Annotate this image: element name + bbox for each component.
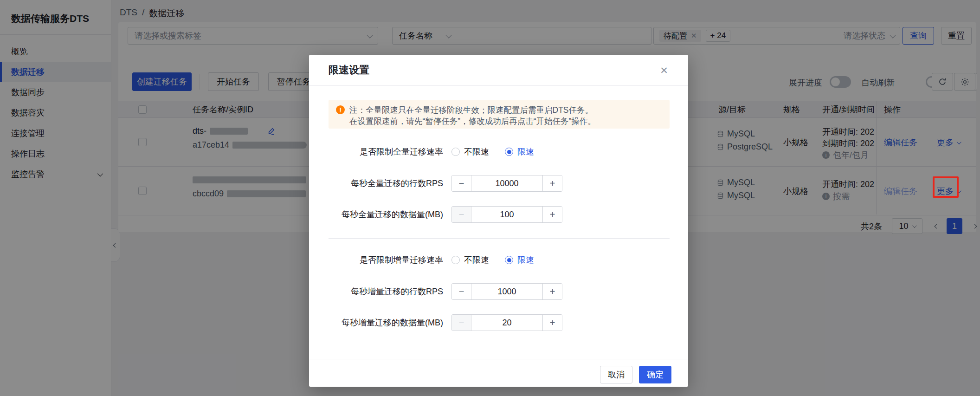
incr-mb-label: 每秒增量迁移的数据量(MB): [329, 317, 443, 328]
notice-banner: 注：全量限速只在全量迁移阶段生效；限速配置后需重启DTS任务。 在设置限速前，请…: [329, 100, 670, 129]
confirm-button[interactable]: 确定: [639, 366, 671, 383]
full-limit-label[interactable]: 限速: [517, 146, 534, 157]
modal-header: 限速设置: [309, 55, 688, 86]
full-rps-stepper: − +: [451, 175, 562, 192]
incr-limit-label[interactable]: 限速: [517, 254, 534, 266]
full-mb-stepper: − +: [451, 206, 562, 223]
notice-line-2: 在设置限速前，请先“暂停任务”，修改成功后再点击“开始任务”操作。: [349, 116, 596, 127]
incr-mb-stepper: − +: [451, 314, 562, 331]
full-no-limit-radio[interactable]: [451, 148, 460, 156]
incr-no-limit-label[interactable]: 不限速: [464, 254, 489, 266]
section-divider: [329, 238, 670, 239]
increment-button[interactable]: +: [542, 175, 562, 191]
incr-rate-question-label: 是否限制增量迁移速率: [329, 254, 443, 266]
incr-rps-input[interactable]: [471, 284, 542, 299]
decrement-button[interactable]: −: [452, 207, 471, 222]
full-mb-label: 每秒全量迁移的数据量(MB): [329, 209, 443, 220]
dts-console-page: 数据传输服务DTS 概览 数据迁移 数据同步 数据容灾 连接管理 操作日志 监控…: [0, 0, 980, 396]
decrement-button[interactable]: −: [452, 284, 471, 299]
full-rate-question-label: 是否限制全量迁移速率: [329, 146, 443, 157]
warning-icon: [336, 105, 345, 114]
close-icon[interactable]: ✕: [658, 64, 671, 77]
incr-mb-input[interactable]: [471, 315, 542, 331]
annotation-highlight-box: [933, 176, 959, 198]
modal-title: 限速设置: [329, 63, 369, 77]
increment-button[interactable]: +: [542, 315, 562, 331]
increment-button[interactable]: +: [542, 207, 562, 222]
incr-rps-label: 每秒增量迁移的行数RPS: [329, 286, 443, 297]
decrement-button[interactable]: −: [452, 315, 471, 331]
full-rps-label: 每秒全量迁移的行数RPS: [329, 178, 443, 189]
notice-line-1: 注：全量限速只在全量迁移阶段生效；限速配置后需重启DTS任务。: [349, 104, 596, 116]
incr-rps-stepper: − +: [451, 283, 562, 300]
cancel-button[interactable]: 取消: [600, 366, 632, 383]
full-no-limit-label[interactable]: 不限速: [464, 146, 489, 157]
incr-no-limit-radio[interactable]: [451, 256, 460, 264]
full-mb-input[interactable]: [471, 207, 542, 222]
incr-limit-radio[interactable]: [505, 256, 513, 264]
rate-limit-modal: 限速设置 ✕ 注：全量限速只在全量迁移阶段生效；限速配置后需重启DTS任务。 在…: [309, 55, 688, 387]
decrement-button[interactable]: −: [452, 175, 471, 191]
full-limit-radio[interactable]: [505, 148, 513, 156]
full-rps-input[interactable]: [471, 175, 542, 191]
increment-button[interactable]: +: [542, 284, 562, 299]
footer-divider: [309, 359, 688, 359]
